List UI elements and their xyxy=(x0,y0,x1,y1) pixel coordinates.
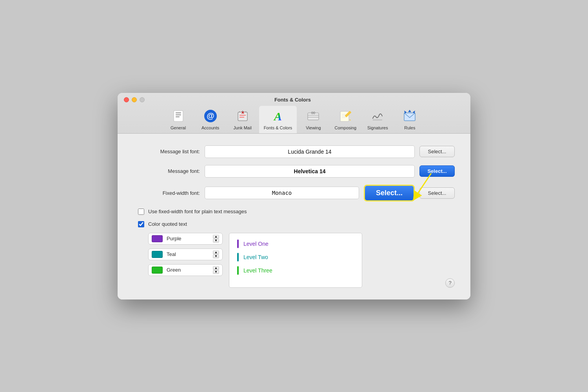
signatures-icon xyxy=(370,108,385,124)
color-quoted-section: Color quoted text Purple ▲ ▼ xyxy=(133,221,455,288)
purple-up-arrow[interactable]: ▲ xyxy=(213,235,219,239)
tab-general[interactable]: General xyxy=(163,106,194,133)
tab-junk-mail[interactable]: ✕ Junk Mail xyxy=(227,106,258,133)
message-list-font-row: Message list font: Lucida Grande 14 Sele… xyxy=(133,145,455,158)
svg-text:✕: ✕ xyxy=(241,111,244,115)
purple-stepper[interactable]: ▲ ▼ xyxy=(213,235,219,243)
color-picker-purple[interactable]: Purple ▲ ▼ xyxy=(148,233,223,245)
teal-up-arrow[interactable]: ▲ xyxy=(213,250,219,254)
rules-icon xyxy=(402,108,417,124)
svg-rect-0 xyxy=(174,111,183,122)
message-font-row: Message font: Helvetica 14 Select... xyxy=(133,165,455,178)
preview-box: Level One Level Two Level Three xyxy=(229,233,362,288)
junk-mail-icon: ✕ xyxy=(235,108,250,124)
composing-icon xyxy=(338,108,353,124)
toolbar: General @ Accounts xyxy=(163,106,426,133)
colors-and-preview: Purple ▲ ▼ Teal ▲ ▼ xyxy=(138,233,455,288)
tab-signatures[interactable]: Signatures xyxy=(362,106,393,133)
green-swatch xyxy=(152,267,163,274)
message-list-font-label: Message list font: xyxy=(133,149,200,154)
tab-viewing-label: Viewing xyxy=(306,125,321,130)
tab-composing-label: Composing xyxy=(335,125,357,130)
tab-signatures-label: Signatures xyxy=(367,125,388,130)
content-area: Message list font: Lucida Grande 14 Sele… xyxy=(118,134,470,299)
teal-label: Teal xyxy=(167,251,211,257)
fixed-width-font-label: Fixed-width font: xyxy=(133,190,200,196)
teal-stepper[interactable]: ▲ ▼ xyxy=(213,250,219,258)
purple-swatch xyxy=(152,235,163,242)
preview-level-three: Level Three xyxy=(237,266,354,275)
level-three-text: Level Three xyxy=(243,267,272,274)
purple-down-arrow[interactable]: ▼ xyxy=(213,239,219,243)
tab-rules[interactable]: Rules xyxy=(394,106,425,133)
purple-label: Purple xyxy=(167,236,211,241)
svg-marker-26 xyxy=(408,110,411,112)
use-fixed-width-row: Use fixed-width font for plain text mess… xyxy=(133,209,455,215)
fonts-colors-icon: A xyxy=(270,108,286,124)
color-quoted-row: Color quoted text xyxy=(138,221,455,227)
message-font-select-button[interactable]: Select... xyxy=(419,165,455,177)
fixed-width-font-row: Fixed-width font: Monaco Select... Selec… xyxy=(133,185,455,201)
fixed-width-select-highlighted-button[interactable]: Select... xyxy=(364,185,415,201)
viewing-icon: 00 xyxy=(305,108,321,124)
teal-swatch xyxy=(152,251,163,258)
accounts-icon: @ xyxy=(203,108,218,124)
fixed-width-select-button[interactable]: Select... xyxy=(419,187,455,199)
main-window: Fonts & Colors General xyxy=(118,93,470,299)
color-pickers: Purple ▲ ▼ Teal ▲ ▼ xyxy=(148,233,223,288)
teal-down-arrow[interactable]: ▼ xyxy=(213,254,219,258)
level-two-text: Level Two xyxy=(243,254,268,260)
svg-rect-1 xyxy=(176,113,181,113)
fixed-width-font-value: Monaco xyxy=(272,190,292,196)
svg-rect-3 xyxy=(176,116,180,117)
color-quoted-checkbox[interactable] xyxy=(138,221,144,227)
message-list-select-button[interactable]: Select... xyxy=(419,146,455,157)
message-font-value: Helvetica 14 xyxy=(294,168,326,174)
use-fixed-width-checkbox[interactable] xyxy=(138,209,144,215)
svg-text:A: A xyxy=(273,110,282,123)
svg-rect-2 xyxy=(176,114,181,115)
tab-fonts-colors-label: Fonts & Colors xyxy=(264,125,292,130)
tab-accounts-label: Accounts xyxy=(201,125,219,130)
message-font-display: Helvetica 14 xyxy=(205,165,415,178)
color-picker-teal[interactable]: Teal ▲ ▼ xyxy=(148,249,223,260)
tab-rules-label: Rules xyxy=(404,125,415,130)
color-picker-green[interactable]: Green ▲ ▼ xyxy=(148,264,223,276)
fixed-width-font-display: Monaco xyxy=(205,187,359,199)
svg-text:@: @ xyxy=(207,111,214,120)
level-two-bar xyxy=(237,253,239,261)
preview-level-one: Level One xyxy=(237,240,354,248)
help-button[interactable]: ? xyxy=(445,278,455,288)
message-font-label: Message font: xyxy=(133,168,200,174)
message-list-font-display: Lucida Grande 14 xyxy=(205,145,415,158)
general-icon xyxy=(171,108,186,124)
tab-accounts[interactable]: @ Accounts xyxy=(195,106,226,133)
preview-level-two: Level Two xyxy=(237,253,354,261)
green-label: Green xyxy=(167,267,211,273)
color-quoted-label: Color quoted text xyxy=(148,221,187,227)
tab-general-label: General xyxy=(171,125,186,130)
green-up-arrow[interactable]: ▲ xyxy=(213,266,219,270)
tab-junk-label: Junk Mail xyxy=(233,125,251,130)
level-one-text: Level One xyxy=(243,241,269,247)
tab-composing[interactable]: Composing xyxy=(330,106,361,133)
svg-text:00: 00 xyxy=(311,111,315,115)
level-three-bar xyxy=(237,266,239,275)
window-title: Fonts & Colors xyxy=(121,97,464,103)
tab-fonts-colors[interactable]: A Fonts & Colors xyxy=(259,106,297,133)
svg-rect-18 xyxy=(340,111,349,122)
level-one-bar xyxy=(237,240,239,248)
green-stepper[interactable]: ▲ ▼ xyxy=(213,266,219,274)
svg-marker-23 xyxy=(349,119,351,121)
titlebar: Fonts & Colors General xyxy=(118,93,470,134)
green-down-arrow[interactable]: ▼ xyxy=(213,270,219,274)
message-list-font-value: Lucida Grande 14 xyxy=(288,149,331,155)
tab-viewing[interactable]: 00 Viewing xyxy=(298,106,329,133)
use-fixed-width-label: Use fixed-width font for plain text mess… xyxy=(148,209,247,214)
